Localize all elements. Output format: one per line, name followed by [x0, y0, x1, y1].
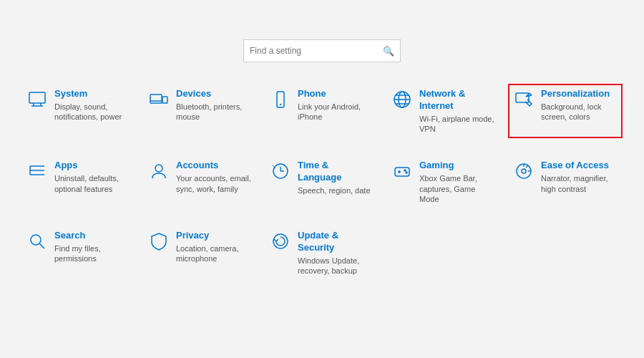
gaming-text: GamingXbox Game Bar, captures, Game Mode — [419, 160, 495, 204]
accounts-icon — [149, 161, 169, 181]
tile-network[interactable]: Network & InternetWi-Fi, airplane mode, … — [386, 84, 501, 138]
search-text: SearchFind my files, permissions — [54, 230, 130, 263]
time-title: Time & Language — [298, 160, 374, 184]
svg-point-30 — [404, 170, 406, 171]
gaming-icon — [392, 161, 412, 181]
tile-gaming[interactable]: GamingXbox Game Bar, captures, Game Mode — [386, 155, 501, 208]
svg-point-37 — [31, 235, 41, 245]
tile-search[interactable]: SearchFind my files, permissions — [21, 226, 136, 280]
accounts-title: Accounts — [176, 160, 252, 172]
tile-apps[interactable]: AppsUninstall, defaults, optional featur… — [21, 155, 136, 208]
tile-devices[interactable]: DevicesBluetooth, printers, mouse — [143, 84, 258, 138]
tile-time[interactable]: Time & LanguageSpeech, region, date — [265, 155, 379, 208]
privacy-subtitle: Location, camera, microphone — [176, 243, 252, 264]
apps-subtitle: Uninstall, defaults, optional features — [54, 173, 130, 194]
update-subtitle: Windows Update, recovery, backup — [298, 256, 374, 276]
tile-accounts[interactable]: AccountsYour accounts, email, sync, work… — [143, 155, 258, 208]
search-icon: 🔍 — [383, 46, 394, 57]
network-text: Network & InternetWi-Fi, airplane mode, … — [419, 88, 495, 134]
phone-text: PhoneLink your Android, iPhone — [298, 88, 374, 122]
apps-icon — [27, 161, 47, 181]
tile-personalization[interactable]: PersonalizationBackground, lock screen, … — [508, 84, 623, 138]
privacy-icon — [149, 231, 169, 251]
ease-icon — [514, 161, 534, 181]
personalization-subtitle: Background, lock screen, colors — [541, 102, 617, 122]
accounts-subtitle: Your accounts, email, sync, work, family — [176, 173, 252, 194]
network-title: Network & Internet — [419, 88, 495, 112]
search-subtitle: Find my files, permissions — [54, 243, 130, 264]
devices-title: Devices — [176, 88, 252, 100]
search-title: Search — [54, 230, 130, 242]
devices-subtitle: Bluetooth, printers, mouse — [176, 102, 252, 122]
network-subtitle: Wi-Fi, airplane mode, VPN — [419, 114, 495, 135]
personalization-text: PersonalizationBackground, lock screen, … — [541, 88, 617, 122]
privacy-title: Privacy — [176, 230, 252, 242]
svg-point-22 — [155, 165, 162, 172]
system-icon — [27, 90, 47, 110]
accounts-text: AccountsYour accounts, email, sync, work… — [176, 160, 252, 193]
ease-subtitle: Narrator, magnifier, high contrast — [541, 173, 617, 194]
time-subtitle: Speech, region, date — [298, 185, 374, 195]
svg-point-31 — [406, 172, 407, 173]
tile-system[interactable]: SystemDisplay, sound, notifications, pow… — [21, 84, 136, 138]
settings-grid: SystemDisplay, sound, notifications, pow… — [0, 84, 644, 281]
search-bar-wrapper: 🔍 — [243, 39, 401, 62]
apps-title: Apps — [54, 160, 130, 172]
time-icon — [270, 161, 291, 181]
devices-icon — [149, 90, 169, 110]
tile-update[interactable]: Update & SecurityWindows Update, recover… — [265, 226, 379, 280]
tile-privacy[interactable]: PrivacyLocation, camera, microphone — [143, 226, 258, 280]
svg-line-34 — [526, 165, 528, 168]
svg-rect-0 — [29, 92, 45, 103]
svg-line-38 — [39, 243, 44, 248]
phone-title: Phone — [298, 88, 374, 100]
system-subtitle: Display, sound, notifications, power — [54, 102, 130, 122]
search-bar[interactable]: 🔍 — [243, 39, 401, 62]
update-text: Update & SecurityWindows Update, recover… — [298, 230, 374, 276]
ease-title: Ease of Access — [541, 160, 617, 172]
phone-icon — [270, 90, 291, 110]
update-title: Update & Security — [298, 230, 374, 254]
svg-rect-14 — [516, 93, 529, 102]
tile-ease[interactable]: Ease of AccessNarrator, magnifier, high … — [508, 155, 623, 208]
privacy-text: PrivacyLocation, camera, microphone — [176, 230, 252, 263]
personalization-icon — [514, 90, 534, 110]
update-icon — [270, 231, 291, 251]
svg-rect-5 — [162, 97, 167, 103]
tile-phone[interactable]: PhoneLink your Android, iPhone — [265, 84, 379, 138]
system-text: SystemDisplay, sound, notifications, pow… — [54, 88, 130, 122]
time-text: Time & LanguageSpeech, region, date — [298, 160, 374, 195]
devices-text: DevicesBluetooth, printers, mouse — [176, 88, 252, 122]
network-icon — [392, 90, 412, 110]
personalization-title: Personalization — [541, 88, 617, 100]
svg-point-36 — [522, 169, 526, 173]
phone-subtitle: Link your Android, iPhone — [298, 102, 374, 122]
search-icon — [27, 231, 47, 251]
system-title: System — [54, 88, 130, 100]
apps-text: AppsUninstall, defaults, optional featur… — [54, 160, 130, 193]
ease-text: Ease of AccessNarrator, magnifier, high … — [541, 160, 617, 193]
gaming-subtitle: Xbox Game Bar, captures, Game Mode — [419, 173, 495, 204]
gaming-title: Gaming — [419, 160, 495, 172]
svg-rect-4 — [150, 95, 162, 103]
search-input[interactable] — [250, 46, 383, 56]
